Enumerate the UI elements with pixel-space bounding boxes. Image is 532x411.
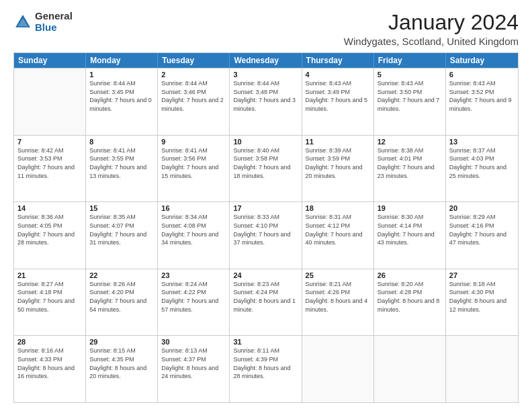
calendar-cell: 22Sunrise: 8:26 AM Sunset: 4:20 PM Dayli… (86, 269, 158, 336)
day-info: Sunrise: 8:33 AM Sunset: 4:10 PM Dayligh… (233, 213, 298, 246)
day-info: Sunrise: 8:43 AM Sunset: 3:49 PM Dayligh… (306, 79, 370, 113)
day-number: 18 (306, 204, 370, 212)
calendar-cell: 27Sunrise: 8:18 AM Sunset: 4:30 PM Dayli… (446, 269, 518, 336)
calendar-cell: 3Sunrise: 8:44 AM Sunset: 3:48 PM Daylig… (230, 68, 302, 135)
day-number: 26 (378, 271, 442, 279)
day-info: Sunrise: 8:44 AM Sunset: 3:45 PM Dayligh… (89, 79, 154, 113)
day-info: Sunrise: 8:30 AM Sunset: 4:14 PM Dayligh… (378, 213, 442, 246)
day-info: Sunrise: 8:13 AM Sunset: 4:37 PM Dayligh… (161, 347, 226, 380)
calendar-cell: 14Sunrise: 8:36 AM Sunset: 4:05 PM Dayli… (14, 202, 86, 269)
day-number: 6 (449, 71, 515, 79)
calendar-cell: 18Sunrise: 8:31 AM Sunset: 4:12 PM Dayli… (302, 202, 374, 269)
header-day-thursday: Thursday (302, 53, 374, 68)
calendar-cell: 5Sunrise: 8:43 AM Sunset: 3:50 PM Daylig… (374, 68, 446, 135)
calendar-cell: 2Sunrise: 8:44 AM Sunset: 3:46 PM Daylig… (158, 68, 230, 135)
day-number: 30 (161, 338, 226, 346)
calendar-cell: 20Sunrise: 8:29 AM Sunset: 4:16 PM Dayli… (446, 202, 518, 269)
calendar-cell: 1Sunrise: 8:44 AM Sunset: 3:45 PM Daylig… (86, 68, 158, 135)
day-number: 14 (17, 204, 82, 212)
day-number: 20 (449, 204, 515, 212)
title-block: January 2024 Windygates, Scotland, Unite… (344, 11, 519, 47)
calendar-cell: 4Sunrise: 8:43 AM Sunset: 3:49 PM Daylig… (302, 68, 374, 135)
calendar-location: Windygates, Scotland, United Kingdom (344, 36, 519, 47)
calendar-cell: 8Sunrise: 8:41 AM Sunset: 3:55 PM Daylig… (86, 136, 158, 202)
day-info: Sunrise: 8:38 AM Sunset: 4:01 PM Dayligh… (378, 146, 442, 180)
day-number: 22 (89, 271, 154, 279)
day-number: 16 (161, 204, 226, 212)
day-info: Sunrise: 8:16 AM Sunset: 4:33 PM Dayligh… (17, 347, 82, 380)
page: General Blue January 2024 Windygates, Sc… (0, 0, 532, 411)
calendar-cell: 17Sunrise: 8:33 AM Sunset: 4:10 PM Dayli… (230, 202, 302, 269)
calendar-row-2: 7Sunrise: 8:42 AM Sunset: 3:53 PM Daylig… (14, 135, 518, 202)
day-number: 9 (161, 138, 226, 146)
day-number: 4 (306, 71, 370, 79)
day-number: 1 (89, 71, 154, 79)
header-day-saturday: Saturday (446, 53, 518, 68)
day-number: 15 (89, 204, 154, 212)
calendar-cell: 25Sunrise: 8:21 AM Sunset: 4:26 PM Dayli… (302, 269, 374, 336)
day-info: Sunrise: 8:43 AM Sunset: 3:50 PM Dayligh… (378, 79, 442, 113)
calendar-cell: 10Sunrise: 8:40 AM Sunset: 3:58 PM Dayli… (230, 136, 302, 202)
day-info: Sunrise: 8:40 AM Sunset: 3:58 PM Dayligh… (233, 146, 298, 180)
calendar-body: 1Sunrise: 8:44 AM Sunset: 3:45 PM Daylig… (14, 68, 518, 402)
day-number: 27 (449, 271, 515, 279)
day-number: 17 (233, 204, 298, 212)
day-info: Sunrise: 8:23 AM Sunset: 4:24 PM Dayligh… (233, 280, 298, 314)
calendar-cell: 9Sunrise: 8:41 AM Sunset: 3:56 PM Daylig… (158, 136, 230, 202)
day-number: 5 (378, 71, 442, 79)
logo-blue-text: Blue (35, 22, 73, 34)
day-info: Sunrise: 8:41 AM Sunset: 3:56 PM Dayligh… (161, 146, 226, 180)
calendar-cell (446, 336, 518, 402)
day-number: 31 (233, 338, 298, 346)
day-info: Sunrise: 8:15 AM Sunset: 4:35 PM Dayligh… (89, 347, 154, 380)
logo-icon (13, 13, 32, 32)
day-info: Sunrise: 8:43 AM Sunset: 3:52 PM Dayligh… (449, 79, 515, 113)
day-info: Sunrise: 8:11 AM Sunset: 4:39 PM Dayligh… (233, 347, 298, 380)
calendar: SundayMondayTuesdayWednesdayThursdayFrid… (13, 52, 519, 403)
day-number: 2 (161, 71, 226, 79)
calendar-row-1: 1Sunrise: 8:44 AM Sunset: 3:45 PM Daylig… (14, 68, 518, 135)
header-day-wednesday: Wednesday (230, 53, 302, 68)
day-number: 24 (233, 271, 298, 279)
day-number: 28 (17, 338, 82, 346)
calendar-cell: 21Sunrise: 8:27 AM Sunset: 4:18 PM Dayli… (14, 269, 86, 336)
day-info: Sunrise: 8:26 AM Sunset: 4:20 PM Dayligh… (89, 280, 154, 314)
calendar-cell: 16Sunrise: 8:34 AM Sunset: 4:08 PM Dayli… (158, 202, 230, 269)
header: General Blue January 2024 Windygates, Sc… (13, 11, 519, 47)
calendar-row-5: 28Sunrise: 8:16 AM Sunset: 4:33 PM Dayli… (14, 335, 518, 402)
calendar-cell: 31Sunrise: 8:11 AM Sunset: 4:39 PM Dayli… (230, 336, 302, 402)
calendar-cell: 23Sunrise: 8:24 AM Sunset: 4:22 PM Dayli… (158, 269, 230, 336)
calendar-header: SundayMondayTuesdayWednesdayThursdayFrid… (14, 53, 518, 68)
calendar-cell: 30Sunrise: 8:13 AM Sunset: 4:37 PM Dayli… (158, 336, 230, 402)
day-number: 13 (449, 138, 515, 146)
day-number: 23 (161, 271, 226, 279)
header-day-friday: Friday (374, 53, 446, 68)
day-info: Sunrise: 8:18 AM Sunset: 4:30 PM Dayligh… (449, 280, 515, 314)
logo: General Blue (13, 11, 73, 33)
logo-general-text: General (35, 11, 73, 22)
day-number: 11 (306, 138, 370, 146)
day-info: Sunrise: 8:21 AM Sunset: 4:26 PM Dayligh… (306, 280, 370, 314)
day-info: Sunrise: 8:37 AM Sunset: 4:03 PM Dayligh… (449, 146, 515, 180)
day-number: 10 (233, 138, 298, 146)
day-number: 7 (17, 138, 82, 146)
day-info: Sunrise: 8:34 AM Sunset: 4:08 PM Dayligh… (161, 213, 226, 246)
calendar-cell (14, 68, 86, 135)
calendar-row-4: 21Sunrise: 8:27 AM Sunset: 4:18 PM Dayli… (14, 269, 518, 336)
day-number: 29 (89, 338, 154, 346)
logo-text: General Blue (35, 11, 73, 33)
calendar-cell: 13Sunrise: 8:37 AM Sunset: 4:03 PM Dayli… (446, 136, 518, 202)
day-info: Sunrise: 8:44 AM Sunset: 3:48 PM Dayligh… (233, 79, 298, 113)
calendar-cell: 7Sunrise: 8:42 AM Sunset: 3:53 PM Daylig… (14, 136, 86, 202)
header-day-sunday: Sunday (14, 53, 86, 68)
calendar-cell: 12Sunrise: 8:38 AM Sunset: 4:01 PM Dayli… (374, 136, 446, 202)
day-info: Sunrise: 8:31 AM Sunset: 4:12 PM Dayligh… (306, 213, 370, 246)
header-day-monday: Monday (86, 53, 158, 68)
day-number: 8 (89, 138, 154, 146)
calendar-cell: 24Sunrise: 8:23 AM Sunset: 4:24 PM Dayli… (230, 269, 302, 336)
calendar-row-3: 14Sunrise: 8:36 AM Sunset: 4:05 PM Dayli… (14, 201, 518, 269)
header-day-tuesday: Tuesday (158, 53, 230, 68)
day-info: Sunrise: 8:36 AM Sunset: 4:05 PM Dayligh… (17, 213, 82, 246)
calendar-cell: 11Sunrise: 8:39 AM Sunset: 3:59 PM Dayli… (302, 136, 374, 202)
day-info: Sunrise: 8:44 AM Sunset: 3:46 PM Dayligh… (161, 79, 226, 113)
